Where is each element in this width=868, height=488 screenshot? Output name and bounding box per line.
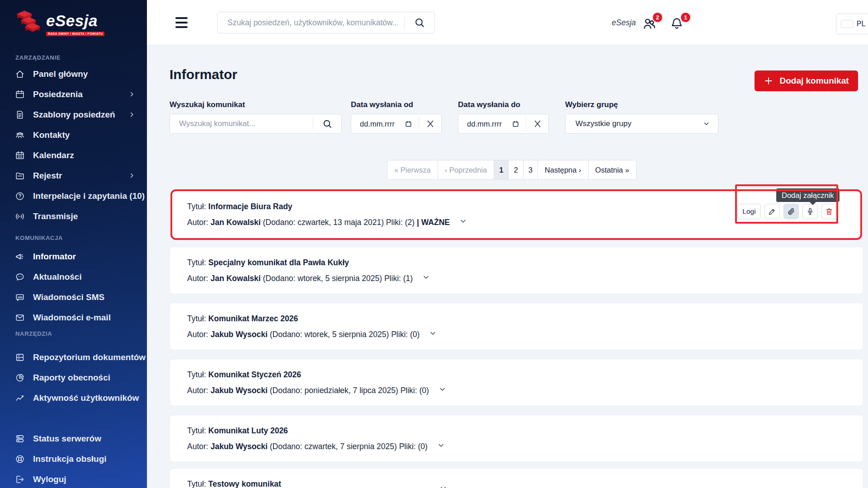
sidebar-item-wiadomosci-sms[interactable]: SMS Wiadomości SMS [0,287,147,307]
group-select-value: Wszystkie grupy [576,119,702,128]
message-title: Informacje Biura Rady [208,202,292,211]
sidebar-item-raporty-obecnosci[interactable]: Raporty obecności [0,367,147,388]
message-title: Komunikat Marzec 2026 [208,314,298,323]
sidebar-item-kalendarz[interactable]: Kalendarz [0,145,147,165]
expand-message-chevron[interactable] [429,330,437,337]
sidebar-item-aktualnosci[interactable]: Aktualności [0,267,147,287]
group-select[interactable]: Wszystkie grupy [565,114,718,134]
pagination-prev[interactable]: ‹ Poprzednia [438,160,495,180]
sidebar-item-repozytorium[interactable]: Repozytorium dokumentów [0,347,147,367]
message-meta-line: Autor:Jan Kowalski (Dodano: wtorek, 5 si… [187,274,430,283]
pagination-last[interactable]: Ostatnia » [588,160,637,180]
divider [666,15,666,31]
message-author: Jan Kowalski [211,218,261,227]
message-meta: (Dodano: poniedziałek, 7 lipca 2025) Pli… [270,386,429,395]
sidebar-item-aktywnosc[interactable]: Aktywność użytkowników [0,388,147,408]
sms-bubble-icon: SMS [15,292,25,302]
users-notifications-button[interactable]: 2 [642,15,660,33]
sidebar-item-informator[interactable]: Informator [0,246,147,267]
record-audio-button[interactable] [802,204,818,219]
logs-button[interactable]: Logi [737,204,761,219]
message-meta: (Dodano: czwartek, 13 maja 2021) Pliki: … [263,218,415,227]
expand-message-chevron[interactable] [439,485,448,488]
sidebar-item-interpelacje[interactable]: Interpelacje i zapytania (10) [0,186,147,206]
chevron-down-icon [439,485,448,488]
edit-button[interactable] [764,204,780,219]
servers-icon [15,434,25,444]
pagination-page-1[interactable]: 1 [494,160,509,180]
filter-date-from[interactable]: dd.mm.rrrr [351,114,442,134]
language-selector[interactable]: PL [836,14,868,34]
microphone-icon [806,207,814,216]
paperclip-icon [787,207,795,216]
add-message-button[interactable]: Dodaj komunikat [755,70,858,91]
chevron-down-icon [429,330,437,337]
filter-date-to[interactable]: dd.mm.rrrr [458,114,549,134]
delete-button[interactable] [821,204,837,219]
chevron-down-icon [422,274,430,281]
pagination-first[interactable]: « Pierwsza [387,160,438,180]
expand-message-chevron[interactable] [422,274,430,281]
app-label: eSesja [612,18,636,28]
search-icon [322,118,333,129]
message-meta-line: Autor:Jan Kowalski (Dodano: czwartek, 13… [187,218,467,227]
sidebar-item-kontakty[interactable]: Kontakty [0,125,147,145]
pagination-page-3[interactable]: 3 [523,160,538,180]
global-search [217,12,435,33]
language-code: PL [857,20,866,28]
calendar-icon[interactable] [512,120,519,128]
sidebar-item-wyloguj[interactable]: Wyloguj [0,469,147,488]
filter-search-button[interactable] [313,114,341,133]
logout-icon [15,474,25,484]
plus-icon [764,76,774,86]
sidebar-item-wiadomosci-email[interactable]: Wiadomości e-mail [0,307,147,328]
sidebar-item-transmisje[interactable]: Transmisje [0,206,147,226]
search-button[interactable] [405,12,434,33]
message-card: Tytuł:Informacje Biura Rady Autor:Jan Ko… [170,191,863,238]
date-from-value: dd.mm.rrrr [360,120,405,128]
pagination-page-2[interactable]: 2 [508,160,523,180]
calendar-icon[interactable] [405,120,412,128]
message-meta-line: Autor:Jakub Wysocki (Dodano: czwartek, 7… [187,442,445,451]
sidebar-item-rejestr[interactable]: Rejestr [0,165,147,186]
sidebar-item-szablony-posiedzen[interactable]: Szablony posiedzeń [0,104,147,125]
esesja-logo-icon [15,9,42,34]
sidebar-item-posiedzenia[interactable]: Posiedzenia [0,84,147,104]
global-search-input[interactable] [217,18,404,28]
clear-date-to-button[interactable] [526,114,548,133]
filter-search-input[interactable] [170,119,313,128]
register-folder-icon [15,171,25,181]
expand-message-chevron[interactable] [437,442,445,449]
notifications-badge: 1 [681,13,690,22]
users-badge: 2 [653,13,662,22]
message-card: Tytuł:Specjalny komunikat dla Pawła Kukł… [170,247,863,294]
filter-search-label: Wyszukaj komunikat [170,100,245,109]
brand-logo[interactable]: eSesja RADA GMINY / MIASTA / POWIATU [0,0,147,47]
clear-date-from-button[interactable] [419,114,441,133]
divider [637,15,637,31]
pagination-next[interactable]: Następna › [538,160,589,180]
message-actions: Logi [737,204,837,219]
sidebar-section-narzedzia: NARZĘDZIA [0,330,147,337]
search-icon [414,17,425,28]
filter-search-box [170,114,342,134]
topbar-right: eSesja 2 1 PL KADENCJA - [594,0,868,45]
message-card: Tytuł:Komunikat Marzec 2026 Autor:Jakub … [170,303,863,350]
activity-line-icon [15,393,25,403]
broadcast-icon [15,211,25,221]
notifications-button[interactable]: 1 [670,15,688,33]
filter-date-to-label: Data wysłania do [458,100,520,109]
sidebar-item-status-serwerow[interactable]: Status serwerów [0,428,147,449]
attachment-button[interactable] [783,204,799,219]
sidebar-item-instrukcja[interactable]: Instrukcja obsługi [0,449,147,469]
chevron-right-icon [128,111,135,118]
expand-message-chevron[interactable] [459,218,467,225]
tooltip: Dodaj załącznik [776,188,840,202]
expand-message-chevron[interactable] [438,386,447,393]
contacts-icon [15,130,25,140]
message-author: Jakub Wysocki [211,442,268,451]
chevron-right-icon [128,172,135,179]
menu-toggle-button[interactable] [175,17,188,28]
sidebar-item-panel-glowny[interactable]: Panel główny [0,64,147,84]
topbar: eSesja 2 1 PL KADENCJA - [147,0,868,45]
